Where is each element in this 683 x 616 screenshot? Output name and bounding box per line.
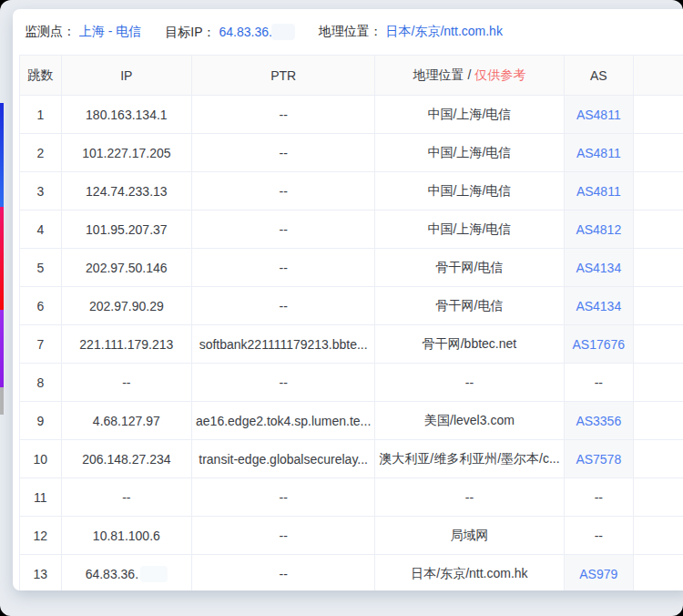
location-cell: 骨干网/bbtec.net <box>375 325 564 364</box>
monitor-point-label: 监测点： <box>25 24 76 38</box>
location-cell: 澳大利亚/维多利亚州/墨尔本/c... <box>375 440 564 478</box>
as-link[interactable]: AS979 <box>579 567 617 581</box>
target-ip-value[interactable]: 64.83.36.7 <box>219 25 279 39</box>
location-cell: -- <box>375 364 564 402</box>
hop-cell: 7 <box>20 325 62 364</box>
location-cell: 中国/上海/电信 <box>375 210 564 249</box>
ip-cell: 206.148.27.234 <box>61 440 191 478</box>
monitor-point: 监测点： 上海 - 电信 <box>25 24 141 40</box>
col-header-location-ref: 仅供参考 <box>474 67 525 82</box>
table-row: 2 101.227.17.205 -- 中国/上海/电信 AS4811 <box>20 134 683 172</box>
hop-cell: 3 <box>20 172 62 210</box>
ip-cell: 4.68.127.97 <box>61 402 191 440</box>
as-cell: AS4811 <box>564 172 633 210</box>
trace-window: 监测点： 上海 - 电信 目标IP： 64.83.36.7 地理位置： 日本/东… <box>0 0 683 616</box>
location-cell: 中国/上海/电信 <box>375 134 564 172</box>
table-row: 4 101.95.207.37 -- 中国/上海/电信 AS4812 <box>20 210 683 249</box>
extra-cell <box>633 364 683 402</box>
col-header-location-text: 地理位置 / <box>413 67 475 82</box>
ptr-cell: ae16.edge2.tok4.sp.lumen.te... <box>192 402 375 440</box>
as-link[interactable]: AS17676 <box>572 337 625 352</box>
ptr-cell: -- <box>192 364 375 402</box>
table-row: 12 10.81.100.6 -- 局域网 -- <box>20 517 683 555</box>
extra-cell <box>633 440 683 478</box>
location-cell: -- <box>375 478 564 517</box>
extra-cell <box>633 402 683 440</box>
ptr-cell: -- <box>192 555 375 591</box>
ip-cell: -- <box>61 478 191 517</box>
as-cell: -- <box>564 364 633 402</box>
as-cell: AS4134 <box>564 249 633 287</box>
table-row: 5 202.97.50.146 -- 骨干网/电信 AS4134 <box>20 249 683 287</box>
location-cell: 美国/level3.com <box>375 402 564 440</box>
geo-location-value[interactable]: 日本/东京/ntt.com.hk <box>386 24 503 38</box>
as-link[interactable]: AS4134 <box>576 261 621 275</box>
ip-redaction-patch <box>140 566 168 582</box>
as-link[interactable]: AS4812 <box>576 222 621 237</box>
ptr-cell: -- <box>192 517 375 555</box>
col-header-hop: 跳数 <box>20 56 62 96</box>
table-row: 9 4.68.127.97 ae16.edge2.tok4.sp.lumen.t… <box>20 402 683 440</box>
as-link[interactable]: AS3356 <box>576 414 621 428</box>
table-header-row: 跳数 IP PTR 地理位置 / 仅供参考 AS <box>20 56 683 96</box>
geo-location: 地理位置： 日本/东京/ntt.com.hk <box>319 24 503 40</box>
col-header-ip: IP <box>61 56 191 96</box>
target-ip-label: 目标IP： <box>165 25 215 39</box>
edge-strip-red <box>0 207 4 310</box>
table-row: 11 -- -- -- -- <box>20 478 683 517</box>
ptr-cell: -- <box>192 172 375 210</box>
trace-table-wrap: 跳数 IP PTR 地理位置 / 仅供参考 AS 1 180.163.134.1… <box>19 55 683 590</box>
table-row: 3 124.74.233.13 -- 中国/上海/电信 AS4811 <box>20 172 683 210</box>
edge-strip-purple <box>0 310 4 387</box>
as-link[interactable]: AS4811 <box>576 146 621 160</box>
table-row: 13 64.83.36. -- 日本/东京/ntt.com.hk AS979 <box>20 555 683 591</box>
ip-cell: 202.97.50.146 <box>61 249 191 287</box>
target-ip: 目标IP： 64.83.36.7 <box>165 24 294 41</box>
ip-cell: 64.83.36. <box>61 555 191 591</box>
ip-cell: 124.74.233.13 <box>61 172 191 210</box>
edge-strip-gray <box>0 387 4 415</box>
as-link[interactable]: AS4134 <box>576 299 621 313</box>
hop-cell: 2 <box>20 134 62 172</box>
ptr-cell: -- <box>192 96 375 134</box>
col-header-extra <box>633 56 683 96</box>
ip-cell: 101.95.207.37 <box>61 210 191 249</box>
ip-cell: 202.97.90.29 <box>61 287 191 325</box>
extra-cell <box>633 517 683 555</box>
trace-table: 跳数 IP PTR 地理位置 / 仅供参考 AS 1 180.163.134.1… <box>19 55 683 590</box>
hop-cell: 12 <box>20 517 62 555</box>
col-header-as: AS <box>564 56 633 96</box>
as-link[interactable]: AS7578 <box>576 452 621 467</box>
as-cell: AS3356 <box>564 402 633 440</box>
monitor-point-value[interactable]: 上海 - 电信 <box>79 24 141 38</box>
col-header-ptr: PTR <box>192 56 375 96</box>
extra-cell <box>633 210 683 249</box>
ip-cell: 10.81.100.6 <box>61 517 191 555</box>
hop-cell: 10 <box>20 440 62 478</box>
as-cell: AS17676 <box>564 325 633 364</box>
table-row: 6 202.97.90.29 -- 骨干网/电信 AS4134 <box>20 287 683 325</box>
hop-cell: 6 <box>20 287 62 325</box>
extra-cell <box>633 325 683 364</box>
ip-cell: 101.227.17.205 <box>61 134 191 172</box>
extra-cell <box>633 172 683 210</box>
extra-cell <box>633 478 683 517</box>
table-row: 8 -- -- -- -- <box>20 364 683 402</box>
as-link[interactable]: AS4811 <box>576 108 621 122</box>
extra-cell <box>633 249 683 287</box>
ptr-cell: -- <box>192 210 375 249</box>
location-cell: 骨干网/电信 <box>375 249 564 287</box>
as-cell: AS979 <box>564 555 633 591</box>
ip-redaction-patch <box>271 24 295 40</box>
as-cell: AS4811 <box>564 96 633 134</box>
as-cell: -- <box>564 517 633 555</box>
col-header-location: 地理位置 / 仅供参考 <box>375 56 564 96</box>
as-link[interactable]: AS4811 <box>576 184 621 199</box>
hop-cell: 8 <box>20 364 62 402</box>
location-cell: 局域网 <box>375 517 564 555</box>
ptr-cell: transit-edge.globalsecurelay... <box>192 440 375 478</box>
hop-cell: 11 <box>20 478 62 517</box>
extra-cell <box>633 555 683 591</box>
as-cell: AS4812 <box>564 210 633 249</box>
extra-cell <box>633 287 683 325</box>
